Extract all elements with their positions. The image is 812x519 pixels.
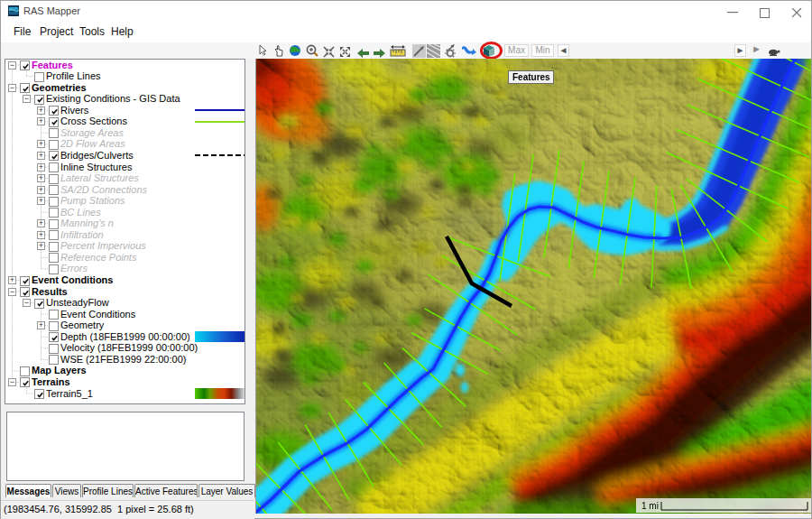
svg-text:Features: Features [512,72,550,82]
svg-text:1 mi: 1 mi [641,501,659,511]
